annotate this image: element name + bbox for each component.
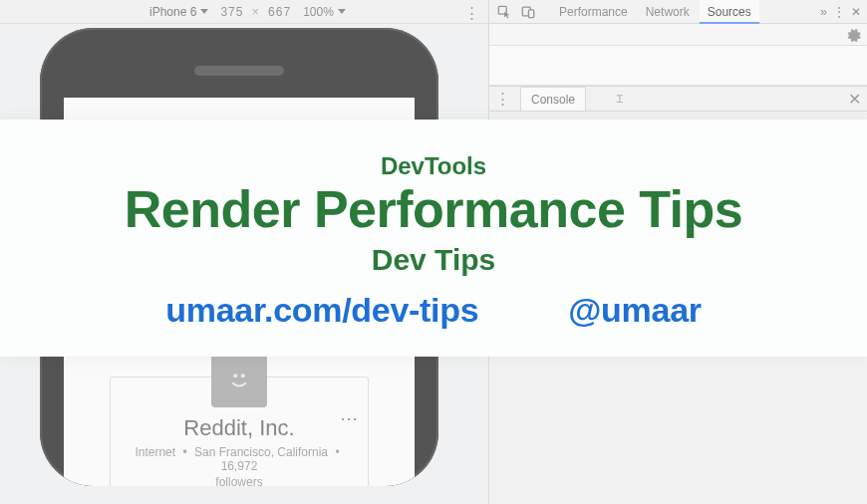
devtools-tabs: Performance Network Sources (551, 0, 759, 24)
robot-icon (224, 365, 254, 394)
svg-point-1 (241, 374, 245, 378)
tab-performance[interactable]: Performance (551, 0, 636, 24)
followers-label: followers (123, 475, 356, 486)
chevron-down-icon (338, 9, 346, 14)
separator: • (182, 445, 186, 459)
separator: • (335, 445, 339, 459)
card-count: 16,972 (221, 459, 258, 473)
overlay-title: Render Performance Tips (125, 182, 742, 237)
more-icon[interactable]: ⋯ (340, 407, 358, 429)
svg-rect-3 (522, 7, 530, 16)
card-title: Reddit, Inc. (123, 415, 356, 441)
viewport-height: 667 (268, 5, 291, 19)
kebab-icon[interactable]: ⋮ (464, 4, 478, 22)
device-toolbar: iPhone 6 375 × 667 100% ⋮ (0, 0, 488, 24)
devtools-drawer: ⋮ Console ⌶ ✕ (489, 86, 867, 112)
overlay-link-url[interactable]: umaar.com/dev-tips (165, 291, 478, 330)
tab-sources[interactable]: Sources (700, 0, 759, 24)
avatar[interactable] (211, 352, 267, 407)
kebab-icon[interactable]: ⋮ (833, 5, 845, 19)
sources-body[interactable] (489, 46, 867, 86)
card-location: San Francisco, California (194, 445, 328, 459)
devtools-tabstrip: Performance Network Sources » ⋮ ✕ (489, 0, 867, 24)
toggle-device-icon[interactable] (519, 3, 537, 21)
overlay-links: umaar.com/dev-tips @umaar (165, 291, 701, 330)
zoom-value: 100% (303, 5, 334, 19)
card-category: Internet (135, 445, 175, 459)
svg-rect-2 (498, 6, 506, 14)
text-cursor-icon: ⌶ (596, 92, 838, 106)
dimension-x: × (252, 5, 260, 19)
title-overlay: DevTools Render Performance Tips Dev Tip… (0, 120, 867, 357)
overlay-supertitle: DevTools (381, 152, 486, 180)
profile-card: ⋯ Reddit, Inc. Internet • San Francisco,… (110, 377, 369, 486)
close-icon[interactable]: ✕ (848, 90, 861, 109)
viewport-dimensions[interactable]: 375 × 667 (220, 5, 291, 19)
tab-network[interactable]: Network (638, 0, 698, 24)
device-selector[interactable]: iPhone 6 (149, 5, 208, 19)
overlay-subtitle: Dev Tips (372, 243, 496, 277)
svg-point-0 (233, 374, 237, 378)
chevron-down-icon (200, 9, 208, 14)
drawer-tab-console[interactable]: Console (520, 87, 586, 111)
more-tabs-icon[interactable]: » (820, 5, 827, 19)
close-icon[interactable]: ✕ (851, 5, 861, 19)
zoom-selector[interactable]: 100% (303, 5, 346, 19)
svg-rect-4 (528, 9, 533, 17)
overlay-link-handle[interactable]: @umaar (568, 291, 701, 330)
card-meta: Internet • San Francisco, California • 1… (123, 445, 356, 473)
inspect-element-icon[interactable] (495, 3, 513, 21)
sources-toolbar (489, 24, 867, 46)
gear-icon[interactable] (845, 27, 861, 43)
device-name: iPhone 6 (149, 5, 196, 19)
viewport-width: 375 (220, 5, 243, 19)
kebab-icon[interactable]: ⋮ (495, 90, 510, 108)
